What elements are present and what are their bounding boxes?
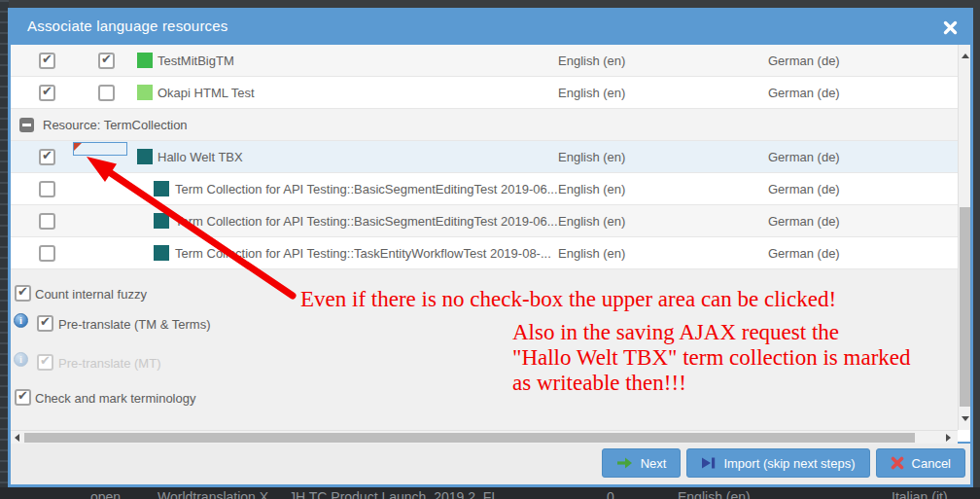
table-row[interactable]: ✔ Term Collection for API Testing::Basic… <box>11 205 958 237</box>
write-checkbox[interactable]: ✔ <box>98 85 115 101</box>
source-language: English (en) <box>558 86 625 100</box>
use-checkbox[interactable]: ✔ <box>39 53 55 69</box>
group-label: Resource: TermCollection <box>43 118 188 132</box>
check-icon: ✔ <box>42 148 52 162</box>
source-language: English (en) <box>558 214 625 229</box>
horizontal-scrollbar[interactable] <box>11 430 958 444</box>
check-terminology-label: Check and mark terminology <box>35 391 195 406</box>
clickable-area-highlight[interactable] <box>73 142 127 156</box>
count-internal-fuzzy-checkbox[interactable]: ✔ <box>15 285 31 302</box>
check-icon: ✔ <box>101 52 112 66</box>
collapse-minus-icon[interactable] <box>19 118 34 132</box>
check-icon: ✔ <box>18 284 28 299</box>
use-checkbox[interactable]: ✔ <box>39 181 55 197</box>
target-language: German (de) <box>768 214 840 229</box>
skip-forward-icon <box>701 457 716 469</box>
source-language: English (en) <box>558 150 625 164</box>
close-icon[interactable] <box>943 20 958 35</box>
resource-name: TestMitBigTM <box>158 53 234 68</box>
table-row[interactable]: ✔ ✔ TestMitBigTM English (en) German (de… <box>11 45 958 77</box>
pretranslate-tm-label: Pre-translate (TM & Terms) <box>58 317 211 332</box>
bg-cell-count: 0 <box>607 489 614 499</box>
scroll-up-icon[interactable] <box>962 53 969 58</box>
use-checkbox[interactable]: ✔ <box>39 213 55 230</box>
bg-cell-taskname: JH TC Product Launch_2019 2_FI <box>289 489 495 499</box>
horizontal-scrollbar-thumb[interactable] <box>24 433 915 443</box>
screen: open Worldtranslation X JH TC Product La… <box>0 0 980 499</box>
resource-name: Term Collection for API Testing::BasicSe… <box>175 214 558 229</box>
next-button[interactable]: Next <box>602 448 682 478</box>
vertical-scrollbar-thumb[interactable] <box>960 207 970 407</box>
pretranslate-mt-label: Pre-translate (MT) <box>58 356 160 371</box>
check-terminology-checkbox[interactable]: ✔ <box>15 389 31 406</box>
cancel-button-label: Cancel <box>912 456 951 471</box>
resource-name: Okapi HTML Test <box>158 86 255 100</box>
dialog-header[interactable]: Associate language resources <box>11 11 970 45</box>
check-icon: ✔ <box>40 314 51 329</box>
bg-cell-source: English (en) <box>678 489 751 499</box>
bg-cell-target: Italian (it) <box>892 489 948 499</box>
table-row[interactable]: ✔ Term Collection for API Testing::Basic… <box>11 173 958 205</box>
target-language: German (de) <box>768 246 840 261</box>
table-row-hallo-welt-tbx[interactable]: ✔ Hallo Welt TBX English (en) German (de… <box>11 141 958 173</box>
resource-color-icon <box>154 181 169 196</box>
resource-color-icon <box>137 85 153 100</box>
dialog-footer: Next Import (skip next steps) Cancel <box>11 444 970 482</box>
target-language: German (de) <box>768 53 840 68</box>
pretranslate-tm-checkbox[interactable]: ✔ <box>37 315 53 332</box>
associate-language-resources-dialog: Associate language resources ✔ ✔ TestMit… <box>8 8 973 487</box>
table-row[interactable]: ✔ Term Collection for API Testing::TaskE… <box>11 237 958 269</box>
target-language: German (de) <box>768 182 840 196</box>
use-checkbox[interactable]: ✔ <box>39 245 55 262</box>
import-button-label: Import (skip next steps) <box>723 456 855 471</box>
count-internal-fuzzy-label: Count internal fuzzy <box>35 287 147 302</box>
resource-color-icon <box>137 149 153 164</box>
background-table-row: open Worldtranslation X JH TC Product La… <box>0 487 980 499</box>
check-icon: ✔ <box>40 353 51 368</box>
check-icon: ✔ <box>42 52 52 66</box>
resource-name: Hallo Welt TBX <box>158 150 243 164</box>
group-row-termcollection[interactable]: Resource: TermCollection <box>11 109 958 141</box>
pretranslate-mt-checkbox: ✔ <box>37 354 53 371</box>
red-x-icon <box>891 456 904 470</box>
resource-color-icon <box>154 213 169 229</box>
info-icon: i <box>14 352 28 367</box>
resource-color-icon <box>154 245 169 261</box>
scroll-down-icon[interactable] <box>962 416 969 421</box>
target-language: German (de) <box>768 150 840 164</box>
source-language: English (en) <box>558 53 625 68</box>
annotation-note-2: Also in the saving AJAX request the "Hal… <box>512 320 911 396</box>
use-checkbox[interactable]: ✔ <box>39 85 55 101</box>
annotation-note-1: Even if there is no check-box the upper … <box>300 287 836 312</box>
corner-marker-icon <box>74 143 82 151</box>
scroll-right-icon[interactable] <box>946 434 951 442</box>
resource-color-icon <box>137 53 153 68</box>
info-icon[interactable]: i <box>14 313 28 328</box>
use-checkbox[interactable]: ✔ <box>39 149 55 165</box>
table-row[interactable]: ✔ ✔ Okapi HTML Test English (en) German … <box>11 77 958 109</box>
bg-cell-state: open <box>90 489 121 499</box>
source-language: English (en) <box>558 182 625 196</box>
import-skip-button[interactable]: Import (skip next steps) <box>686 448 869 478</box>
bg-cell-client: Worldtranslation X <box>158 489 268 499</box>
write-checkbox[interactable]: ✔ <box>98 53 115 69</box>
check-icon: ✔ <box>42 84 52 98</box>
target-language: German (de) <box>768 86 840 100</box>
vertical-scrollbar[interactable] <box>958 45 970 430</box>
resource-name: Term Collection for API Testing::TaskEnt… <box>175 246 551 261</box>
resource-name: Term Collection for API Testing::BasicSe… <box>175 182 558 196</box>
check-icon: ✔ <box>18 388 28 403</box>
scroll-left-icon[interactable] <box>15 434 19 442</box>
source-language: English (en) <box>558 246 625 261</box>
dialog-title: Associate language resources <box>27 18 228 34</box>
green-arrow-right-icon <box>616 457 633 469</box>
cancel-button[interactable]: Cancel <box>876 448 965 478</box>
next-button-label: Next <box>641 456 667 471</box>
